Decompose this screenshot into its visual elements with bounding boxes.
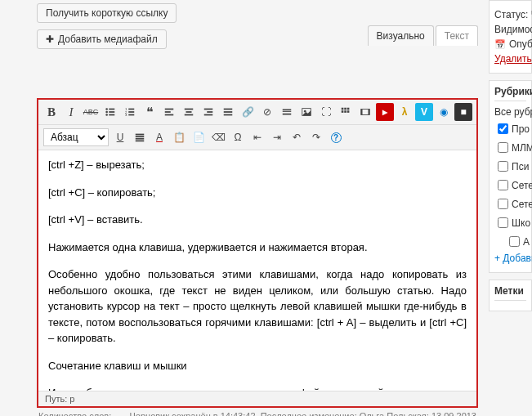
cat-label-2: Пси — [512, 161, 529, 172]
paste-word-button[interactable]: 📄 — [190, 128, 208, 146]
editor-container: B I ABC 123 ❝ 🔗 ⊘ ⛶ ▶ λ V ◉ ■ Абзац — [37, 98, 478, 408]
wordcount-label: Количество слов: — [38, 411, 111, 416]
cat-checkbox-4[interactable] — [498, 199, 508, 209]
svg-rect-41 — [136, 141, 145, 142]
svg-rect-23 — [224, 114, 233, 116]
svg-point-4 — [105, 114, 108, 116]
svg-rect-16 — [186, 111, 192, 113]
svg-text:3: 3 — [125, 113, 127, 117]
youtube-button[interactable]: ▶ — [376, 103, 394, 121]
vimeo-button[interactable]: V — [415, 103, 433, 121]
last-edit: Последнее изменение: Ольга Польская; 13.… — [261, 411, 476, 416]
svg-rect-3 — [109, 111, 114, 113]
text-color-button[interactable]: A — [150, 128, 168, 146]
cat-label-child: А — [523, 236, 530, 248]
svg-rect-37 — [369, 110, 370, 115]
content-p3: [ctrl +V] – вставить. — [48, 212, 467, 228]
categories-head: Рубрики — [494, 86, 526, 101]
cat-checkbox-1[interactable] — [498, 142, 508, 153]
svg-rect-39 — [136, 136, 145, 137]
undo-button[interactable]: ↶ — [288, 128, 306, 146]
cat-label-3: Сете — [512, 180, 532, 191]
tab-visual[interactable]: Визуально — [368, 25, 434, 46]
image-button[interactable] — [297, 103, 315, 121]
content-p5: Особенно удобно пользоваться этими клави… — [48, 266, 467, 347]
bullet-list-button[interactable] — [101, 103, 119, 121]
cat-checkbox-2[interactable] — [498, 161, 508, 172]
help-button[interactable]: ? — [327, 128, 345, 146]
svg-rect-36 — [361, 110, 363, 115]
add-media-icon: ✚ — [46, 34, 54, 45]
lambda-button[interactable]: λ — [396, 103, 414, 121]
outdent-button[interactable]: ⇤ — [248, 128, 266, 146]
svg-rect-15 — [185, 109, 194, 110]
tab-text[interactable]: Текст — [436, 25, 478, 46]
cat-checkbox-3[interactable] — [498, 180, 508, 190]
draft-saved: Черновик сохранён в 14:43:42. — [129, 411, 257, 416]
indent-button[interactable]: ⇥ — [268, 128, 286, 146]
sphere-button[interactable]: ◉ — [435, 103, 453, 121]
blockquote-button[interactable]: ❝ — [141, 103, 159, 121]
kitchen-sink-button[interactable] — [337, 103, 355, 121]
svg-rect-19 — [207, 111, 212, 113]
dark-button[interactable]: ■ — [454, 103, 472, 121]
svg-rect-5 — [109, 114, 114, 116]
content-p6: Сочетание клавиш и мышки — [48, 358, 467, 374]
insert-video-button[interactable] — [356, 103, 374, 121]
svg-rect-9 — [128, 111, 134, 113]
fullscreen-button[interactable]: ⛶ — [317, 103, 335, 121]
format-select[interactable]: Абзац — [43, 128, 109, 146]
align-right-button[interactable] — [199, 103, 217, 121]
tags-head: Метки — [494, 285, 526, 301]
content-p7: Иногда бывает так, что надо перенести не… — [48, 385, 467, 391]
svg-rect-13 — [165, 111, 171, 113]
svg-rect-17 — [185, 114, 194, 116]
svg-rect-29 — [342, 108, 344, 110]
link-button[interactable]: 🔗 — [239, 103, 257, 121]
align-left-button[interactable] — [160, 103, 178, 121]
editor-content[interactable]: [ctrl +Z] – вырезать; [ctrl +C] – копиро… — [38, 150, 476, 391]
toolbar-row-2: Абзац U A 📋 📄 ⌫ Ω ⇤ ⇥ ↶ ↷ ? — [38, 125, 476, 150]
underline-button[interactable]: U — [111, 128, 129, 146]
visibility-label: Видимост — [494, 24, 532, 35]
align-center-button[interactable] — [180, 103, 198, 121]
svg-rect-38 — [136, 134, 145, 136]
bold-button[interactable]: B — [42, 103, 60, 121]
svg-point-2 — [105, 111, 108, 114]
redo-button[interactable]: ↷ — [307, 128, 325, 146]
add-category-link[interactable]: + Добави — [494, 253, 532, 264]
svg-rect-30 — [344, 108, 346, 110]
status-label: Статус: — [494, 9, 528, 20]
numbered-list-button[interactable]: 123 — [121, 103, 139, 121]
cat-checkbox-5[interactable] — [498, 217, 508, 228]
sidebar: Статус: Че Видимост 📅 Опубл Удалить Рубр… — [489, 0, 532, 318]
svg-rect-14 — [165, 114, 174, 116]
strike-button[interactable]: ABC — [82, 103, 100, 121]
align-full-button[interactable] — [131, 128, 149, 146]
svg-rect-18 — [204, 109, 213, 110]
add-media-button[interactable]: ✚ Добавить медиафайл — [37, 29, 167, 49]
content-p1: [ctrl +Z] – вырезать; — [48, 157, 467, 173]
delete-link[interactable]: Удалить — [494, 53, 532, 65]
align-justify-button[interactable] — [219, 103, 237, 121]
cat-checkbox-child[interactable] — [509, 236, 520, 247]
toolbar-row-1: B I ABC 123 ❝ 🔗 ⊘ ⛶ ▶ λ V ◉ ■ — [38, 100, 476, 125]
italic-button[interactable]: I — [62, 103, 80, 121]
cat-label-1: МЛМ — [512, 142, 532, 154]
get-shortlink-button[interactable]: Получить короткую ссылку — [37, 3, 177, 23]
all-categories-tab[interactable]: Все рубр — [494, 106, 526, 118]
shortlink-label: Получить короткую ссылку — [46, 7, 168, 19]
svg-rect-33 — [344, 110, 346, 113]
remove-format-button[interactable]: ⌫ — [209, 128, 227, 146]
calendar-icon: 📅 — [494, 39, 506, 50]
special-char-button[interactable]: Ω — [229, 128, 247, 146]
unlink-button[interactable]: ⊘ — [258, 103, 276, 121]
svg-rect-22 — [224, 111, 233, 113]
paste-text-button[interactable]: 📋 — [170, 128, 188, 146]
cat-label-5: Шко — [512, 217, 530, 229]
svg-rect-12 — [165, 109, 174, 110]
cat-checkbox-0[interactable] — [498, 123, 508, 134]
svg-point-0 — [105, 108, 108, 110]
more-button[interactable] — [278, 103, 296, 121]
add-media-label: Добавить медиафайл — [58, 34, 158, 45]
